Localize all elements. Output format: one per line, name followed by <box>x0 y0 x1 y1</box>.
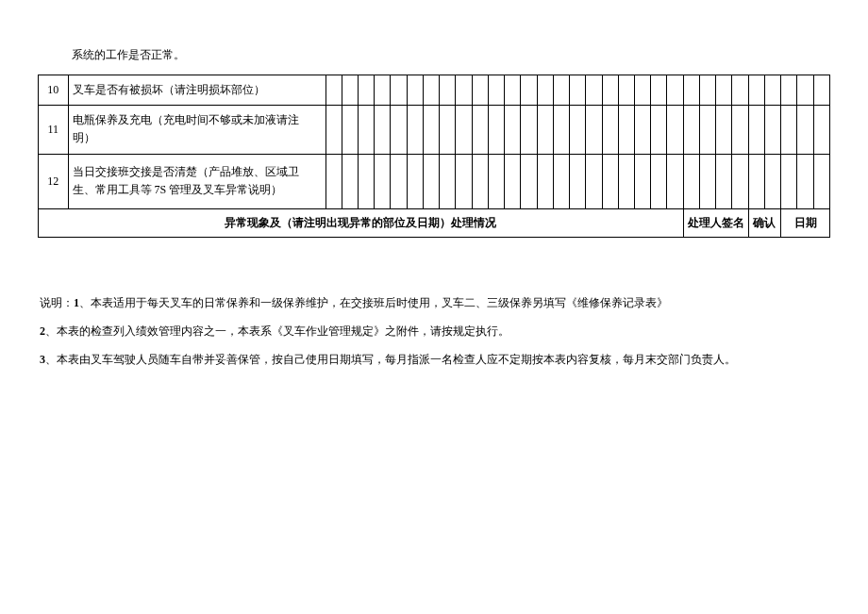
check-cell <box>407 154 423 208</box>
table-row: 11 电瓶保养及充电（充电时间不够或未加液请注明） <box>39 106 830 154</box>
check-cell <box>764 75 780 106</box>
check-cell <box>440 75 456 106</box>
footer-anomaly-label: 异常现象及（请注明出现异常的部位及日期）处理情况 <box>39 208 684 237</box>
check-cell <box>537 75 553 106</box>
check-cell <box>570 154 586 208</box>
check-cell <box>375 106 391 154</box>
check-cell <box>683 106 699 154</box>
check-cell <box>602 106 618 154</box>
check-cell <box>683 75 699 106</box>
check-cell <box>472 154 488 208</box>
row-number: 12 <box>39 154 69 208</box>
check-cell <box>651 154 667 208</box>
check-cell <box>456 154 472 208</box>
check-cell <box>359 75 375 106</box>
check-cell <box>423 75 439 106</box>
check-cell <box>781 154 797 208</box>
check-cell <box>586 75 602 106</box>
check-cell <box>391 154 407 208</box>
check-cell <box>683 154 699 208</box>
check-cell <box>635 75 651 106</box>
check-cell <box>699 106 715 154</box>
check-cell <box>456 106 472 154</box>
check-cell <box>716 106 732 154</box>
notes-section: 说明：1、本表适用于每天叉车的日常保养和一级保养维护，在交接班后时使用，叉车二、… <box>0 238 793 368</box>
check-cell <box>797 75 813 106</box>
note-3: 3、本表由叉车驾驶人员随车自带并妥善保管，按自己使用日期填写，每月指派一名检查人… <box>40 351 793 368</box>
check-cell <box>326 106 342 154</box>
check-cell <box>781 75 797 106</box>
check-cell <box>407 75 423 106</box>
check-cell <box>748 106 764 154</box>
row-description: 叉车是否有被损坏（请注明损坏部位） <box>68 75 326 106</box>
note-text: 、本表的检查列入绩效管理内容之一，本表系《叉车作业管理规定》之附件，请按规定执行… <box>45 324 509 338</box>
check-cell <box>667 75 683 106</box>
check-cell <box>326 75 342 106</box>
check-cell <box>440 106 456 154</box>
check-cell <box>359 106 375 154</box>
note-2: 2、本表的检查列入绩效管理内容之一，本表系《叉车作业管理规定》之附件，请按规定执… <box>40 323 793 340</box>
check-cell <box>488 75 504 106</box>
table-row: 10 叉车是否有被损坏（请注明损坏部位） <box>39 75 830 106</box>
check-cell <box>699 75 715 106</box>
check-cell <box>781 106 797 154</box>
check-cell <box>488 154 504 208</box>
check-cell <box>699 154 715 208</box>
check-cell <box>423 154 439 208</box>
check-cell <box>748 75 764 106</box>
check-cell <box>472 75 488 106</box>
check-cell <box>764 106 780 154</box>
check-cell <box>602 154 618 208</box>
check-cell <box>488 106 504 154</box>
check-cell <box>602 75 618 106</box>
footer-confirm-label: 确认 <box>748 208 780 237</box>
check-cell <box>521 75 537 106</box>
check-cell <box>618 75 634 106</box>
check-cell <box>797 154 813 208</box>
check-cell <box>797 106 813 154</box>
check-cell <box>505 106 521 154</box>
check-cell <box>716 75 732 106</box>
check-cell <box>537 154 553 208</box>
check-cell <box>342 106 358 154</box>
check-cell <box>359 154 375 208</box>
check-cell <box>505 75 521 106</box>
check-cell <box>505 154 521 208</box>
footer-signature-label: 处理人签名 <box>683 208 748 237</box>
check-cell <box>618 106 634 154</box>
check-cell <box>440 154 456 208</box>
check-cell <box>732 75 748 106</box>
check-cell <box>423 106 439 154</box>
check-cell <box>635 154 651 208</box>
check-cell <box>732 154 748 208</box>
check-cell <box>667 154 683 208</box>
check-cell <box>586 106 602 154</box>
check-cell <box>342 75 358 106</box>
check-cell <box>391 106 407 154</box>
check-cell <box>813 106 829 154</box>
check-cell <box>326 154 342 208</box>
check-cell <box>651 75 667 106</box>
check-cell <box>521 106 537 154</box>
check-cell <box>716 154 732 208</box>
check-cell <box>456 75 472 106</box>
check-cell <box>732 106 748 154</box>
check-cell <box>667 106 683 154</box>
footer-date-label: 日期 <box>781 208 830 237</box>
check-cell <box>553 75 569 106</box>
row-description: 当日交接班交接是否清楚（产品堆放、区域卫生、常用工具等 7S 管理及叉车异常说明… <box>68 154 326 208</box>
check-cell <box>553 154 569 208</box>
check-cell <box>553 106 569 154</box>
check-cell <box>521 154 537 208</box>
check-cell <box>570 75 586 106</box>
note-text: 、本表由叉车驾驶人员随车自带并妥善保管，按自己使用日期填写，每月指派一名检查人应… <box>45 353 736 366</box>
inspection-table: 10 叉车是否有被损坏（请注明损坏部位） 11 电瓶保养及充电（充电时间不够或未… <box>38 75 830 238</box>
check-cell <box>570 106 586 154</box>
check-cell <box>391 75 407 106</box>
row-number: 11 <box>39 106 69 154</box>
footer-row: 异常现象及（请注明出现异常的部位及日期）处理情况 处理人签名 确认 日期 <box>39 208 830 237</box>
check-cell <box>586 154 602 208</box>
check-cell <box>764 154 780 208</box>
note-text: 、本表适用于每天叉车的日常保养和一级保养维护，在交接班后时使用，叉车二、三级保养… <box>79 296 668 309</box>
continued-text: 系统的工作是否正常。 <box>0 0 868 63</box>
